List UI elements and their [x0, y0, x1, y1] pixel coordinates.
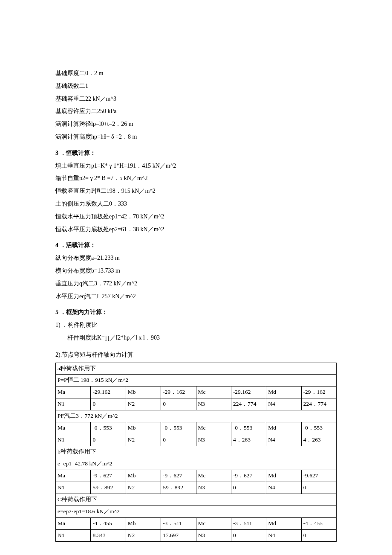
- table-row: Ma-9．627 Mb-9．627 Mc-9．627 Md-9.627: [56, 470, 337, 482]
- intro-line: 基底容许应力二250 kPa: [55, 106, 337, 116]
- intro-line: 涵洞计算跨径lp=l0+t=2．26 m: [55, 119, 337, 129]
- section-5-title: 5 ．框架内力计算：: [55, 307, 337, 317]
- row-header-c: C种荷载作用下: [56, 494, 337, 506]
- table-row: Ma-0．553 Mb-0．553 Mc-0．553 Md-0．553: [56, 422, 337, 434]
- row-c-e: e=ep2-ep1=18.6 kN／m^2: [56, 506, 337, 517]
- s4-line: 横向分布宽度b=13.733 m: [55, 266, 337, 276]
- s4-line: 纵向分布宽度a=21.233 m: [55, 253, 337, 263]
- table-row: N18.343 N217.697 N30 N40: [56, 529, 337, 541]
- row-a-p: P=P恒二 198．915 kN／m^2: [56, 375, 337, 386]
- s4-line: 垂直压力q汽二3．772 kN／m^2: [55, 279, 337, 289]
- section-4-title: 4 ．活载计算：: [55, 240, 337, 250]
- s3-line: 恒载水平压力顶板处ep1=42．78 kN／m^2: [55, 212, 337, 222]
- intro-line: 基础厚度二0．2 m: [55, 68, 337, 78]
- s3-line: 恒载竖直压力P恒二198．915 kN／m^2: [55, 186, 337, 196]
- calc-table: a种荷载作用下 P=P恒二 198．915 kN／m^2 Ma-29.162 M…: [55, 363, 337, 542]
- s4-line: 水平压力eq汽二L 257 kN／m^2: [55, 291, 337, 302]
- row-b-e: e=ep1=42.78 kN／m^2: [56, 458, 337, 470]
- section-3-title: 3 ．恒载计算：: [55, 148, 337, 158]
- s3-line: 土的侧压力系数人二0．333: [55, 199, 337, 209]
- table-row: N10 N20 N3224．774 N4224．774: [56, 398, 337, 410]
- table-row: Ma-4．455 Mb-3．511 Mc-3．511 Md-4．455: [56, 517, 337, 529]
- row-header-a: a种荷载作用下: [56, 363, 337, 375]
- s3-line: 恒载水平压力底板处ep2=61．38 kN／m^2: [55, 224, 337, 235]
- table-row: N10 N20 N34．263 N44．263: [56, 434, 337, 446]
- s3-line: 填土垂直压力p1=K* γ 1*H=191．415 kN／m^2: [55, 161, 337, 171]
- row-header-b: b种荷载作用下: [56, 446, 337, 458]
- s3-line: 箱节自重p2= γ 2* B =7．5 kN／m^2: [55, 173, 337, 183]
- s5-line: 2).节点弯矩与杆件轴向力计算: [55, 350, 337, 360]
- intro-line: 涵洞计算高度hp=hθ+ δ =2．8 m: [55, 132, 337, 142]
- row-pf-header: PF汽二3．772 kN／m^2: [56, 410, 337, 422]
- table-row: N159．892 N259．892 N30 N40: [56, 482, 337, 494]
- intro-line: 基础级数二1: [55, 81, 337, 91]
- s5-line: 1) ．构件刚度比: [55, 320, 337, 330]
- table-row: Ma-29.162 Mb-29．162 Mc-29.162 Md-29．162: [56, 386, 337, 398]
- s5-line: 杆件刚度比K=∏／I2*hp／l x l．903: [55, 333, 337, 343]
- intro-line: 基础容重二22 kN／m^3: [55, 94, 337, 104]
